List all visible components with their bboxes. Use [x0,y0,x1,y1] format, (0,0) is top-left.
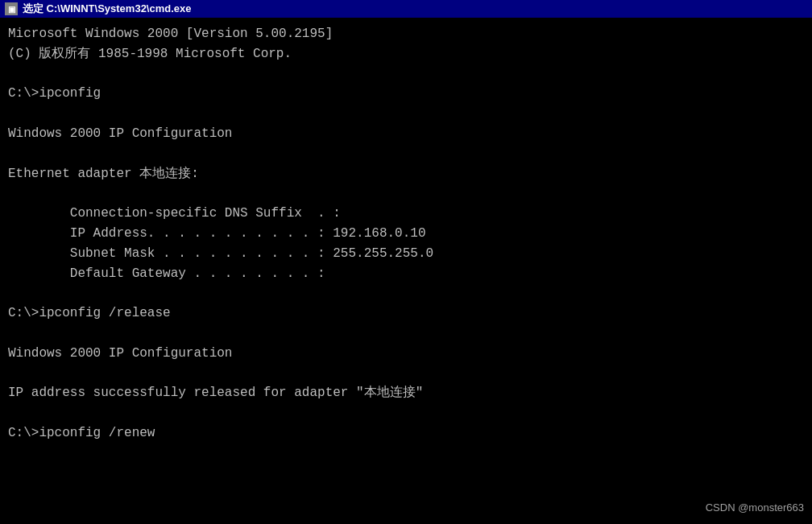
terminal-blank-line [8,364,804,384]
terminal-line: (C) 版权所有 1985-1998 Microsoft Corp. [8,44,804,64]
terminal-line: Windows 2000 IP Configuration [8,124,804,144]
title-bar-text: 选定 C:\WINNT\System32\cmd.exe [23,2,807,16]
terminal-blank-line [8,324,804,344]
terminal-line: C:\>ipconfig [8,84,804,104]
terminal-line: IP address successfully released for ada… [8,383,804,403]
terminal-blank-line [8,104,804,124]
terminal-line: Microsoft Windows 2000 [Version 5.00.219… [8,24,804,44]
terminal-line: Default Gateway . . . . . . . . : [8,264,804,284]
terminal-blank-line [8,403,804,423]
terminal-line: Connection-specific DNS Suffix . : [8,204,804,224]
terminal-line: Subnet Mask . . . . . . . . . . : 255.25… [8,244,804,264]
terminal-line: Windows 2000 IP Configuration [8,344,804,364]
terminal-line: Ethernet adapter 本地连接: [8,164,804,184]
terminal: Microsoft Windows 2000 [Version 5.00.219… [0,18,812,524]
title-bar: ▣ 选定 C:\WINNT\System32\cmd.exe [0,0,812,18]
terminal-blank-line [8,64,804,85]
watermark: CSDN @monster663 [706,500,804,516]
terminal-blank-line [8,283,804,303]
terminal-line: C:\>ipconfig /release [8,303,804,324]
terminal-line: C:\>ipconfig /renew [8,423,804,444]
terminal-blank-line [8,144,804,164]
terminal-blank-line [8,184,804,204]
terminal-line: IP Address. . . . . . . . . . . : 192.16… [8,224,804,244]
title-bar-icon: ▣ [5,2,18,15]
